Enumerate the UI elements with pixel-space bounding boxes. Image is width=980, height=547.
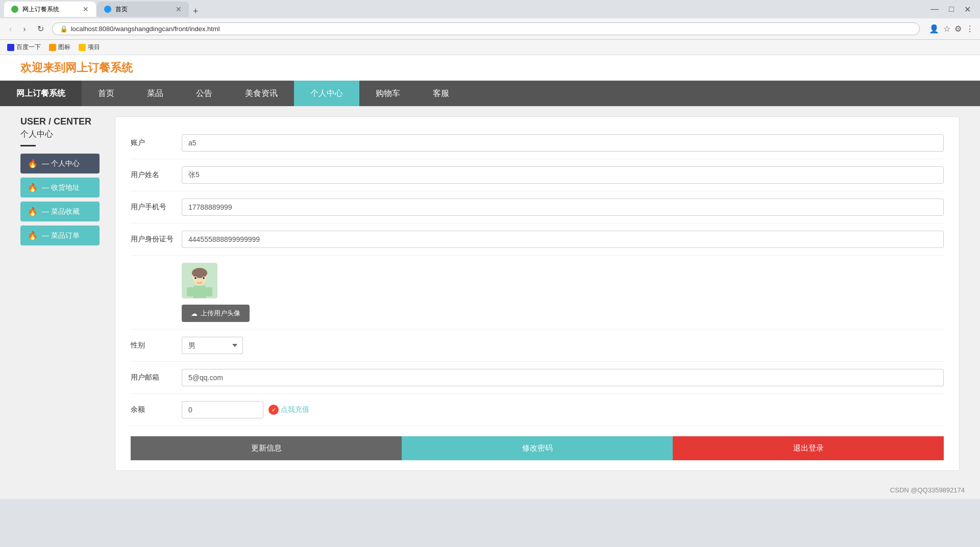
address-bar[interactable]: 🔒 localhost:8080/wangshangdingcan/front/… (52, 22, 920, 35)
profile-icon[interactable]: 👤 (929, 24, 939, 34)
bookmark-baidu-label: 百度一下 (16, 43, 41, 52)
form-row-username: 用户姓名 (131, 159, 944, 191)
forward-button[interactable]: › (20, 23, 29, 35)
sidebar-title-cn: 个人中心 (20, 129, 100, 140)
bookmark-project[interactable]: 项目 (79, 43, 100, 52)
flame-icon-personal: 🔥 (28, 159, 38, 168)
nav-item-food-news[interactable]: 美食资讯 (229, 81, 294, 106)
upload-btn-label: 上传用户头像 (201, 309, 240, 318)
avatar-section: ☁ 上传用户头像 (131, 256, 944, 330)
bookmark-proj-label: 项目 (88, 43, 100, 52)
bookmarks-bar: 百度一下 图标 项目 (0, 40, 980, 55)
form-row-account: 账户 (131, 127, 944, 159)
back-button[interactable]: ‹ (6, 23, 15, 35)
flame-icon-favorites: 🔥 (28, 207, 38, 216)
email-input[interactable] (182, 369, 944, 386)
sidebar-menu: 🔥 — 个人中心 🔥 — 收货地址 🔥 — 菜品收藏 🔥 — 菜品订单 (20, 154, 100, 245)
change-password-button[interactable]: 修改密码 (402, 436, 673, 460)
form-row-idcard: 用户身份证号 (131, 223, 944, 256)
tab-favicon-1 (11, 6, 18, 13)
account-label: 账户 (131, 138, 182, 147)
site-logo: 欢迎来到网上订餐系统 (20, 61, 133, 74)
svg-rect-8 (187, 287, 193, 296)
idcard-label: 用户身份证号 (131, 235, 182, 244)
baidu-favicon (7, 44, 14, 51)
browser-tab-inactive[interactable]: 首页 ✕ (97, 2, 189, 17)
upload-avatar-button[interactable]: ☁ 上传用户头像 (182, 305, 250, 322)
star-icon[interactable]: ☆ (943, 24, 950, 34)
gender-label: 性别 (131, 341, 182, 350)
watermark-text: CSDN @QQ3359892174 (890, 486, 965, 494)
maximize-button[interactable]: □ (946, 4, 957, 15)
avatar-image (182, 263, 217, 299)
nav-item-service[interactable]: 客服 (416, 81, 465, 106)
recharge-text: 点我充值 (281, 405, 309, 414)
svg-rect-9 (206, 287, 212, 296)
nav-item-personal[interactable]: 个人中心 (294, 81, 359, 106)
browser-tabs-row: 网上订餐系统 ✕ 首页 ✕ + (4, 2, 927, 17)
phone-label: 用户手机号 (131, 203, 182, 212)
bookmark-icon[interactable]: 图标 (49, 43, 70, 52)
toolbar-icons: 👤 ☆ ⚙ ⋮ (929, 24, 974, 34)
username-label: 用户姓名 (131, 170, 182, 180)
sidebar-item-address[interactable]: 🔥 — 收货地址 (20, 178, 100, 197)
flame-icon-address: 🔥 (28, 183, 38, 192)
balance-label: 余额 (131, 405, 182, 414)
recharge-link[interactable]: ✓ 点我充值 (268, 405, 309, 415)
main-layout: USER / CENTER 个人中心 🔥 — 个人中心 🔥 — 收货地址 🔥 —… (0, 106, 980, 481)
sidebar-item-favorites[interactable]: 🔥 — 菜品收藏 (20, 202, 100, 221)
idcard-input[interactable] (182, 231, 944, 248)
phone-input[interactable] (182, 198, 944, 216)
account-input[interactable] (182, 134, 944, 152)
nav-item-notice[interactable]: 公告 (180, 81, 229, 106)
nav-brand-label: 网上订餐系统 (16, 88, 65, 99)
refresh-button[interactable]: ↻ (34, 23, 47, 35)
nav-item-cart[interactable]: 购物车 (359, 81, 416, 106)
sidebar-divider (20, 145, 36, 146)
form-row-balance: 余额 ✓ 点我充值 (131, 394, 944, 426)
sidebar-title-en: USER / CENTER (20, 116, 100, 127)
close-button[interactable]: ✕ (961, 4, 974, 15)
tab-close-1[interactable]: ✕ (83, 5, 89, 13)
gender-select[interactable]: 男 女 (182, 337, 243, 354)
action-buttons: 更新信息 修改密码 退出登录 (131, 436, 944, 460)
new-tab-button[interactable]: + (190, 6, 202, 17)
sidebar: USER / CENTER 个人中心 🔥 — 个人中心 🔥 — 收货地址 🔥 —… (20, 116, 100, 471)
tab-label-1: 网上订餐系统 (22, 5, 59, 14)
sidebar-item-orders-label: — 菜品订单 (42, 231, 80, 240)
watermark: CSDN @QQ3359892174 (0, 481, 980, 499)
minimize-button[interactable]: — (927, 4, 942, 15)
browser-toolbar: ‹ › ↻ 🔒 localhost:8080/wangshangdingcan/… (0, 18, 980, 40)
tab-label-2: 首页 (115, 5, 128, 14)
sidebar-item-orders[interactable]: 🔥 — 菜品订单 (20, 226, 100, 245)
update-info-button[interactable]: 更新信息 (131, 436, 402, 460)
bookmark-baidu[interactable]: 百度一下 (7, 43, 41, 52)
form-row-email: 用户邮箱 (131, 362, 944, 394)
sidebar-item-personal-label: — 个人中心 (42, 159, 80, 168)
site-header: 欢迎来到网上订餐系统 (0, 55, 980, 81)
nav-item-home[interactable]: 首页 (82, 81, 131, 106)
svg-point-2 (192, 268, 207, 278)
tab-favicon-2 (104, 6, 111, 13)
nav-item-dishes[interactable]: 菜品 (131, 81, 180, 106)
form-row-phone: 用户手机号 (131, 191, 944, 223)
username-input[interactable] (182, 166, 944, 184)
form-row-gender: 性别 男 女 (131, 330, 944, 362)
logout-button[interactable]: 退出登录 (673, 436, 944, 460)
browser-tab-active[interactable]: 网上订餐系统 ✕ (4, 2, 96, 17)
tab-close-2[interactable]: ✕ (176, 5, 182, 13)
svg-point-5 (194, 277, 197, 279)
balance-input[interactable] (182, 401, 263, 418)
nav-brand[interactable]: 网上订餐系统 (0, 81, 82, 106)
extension-icon[interactable]: ⚙ (954, 24, 962, 34)
sidebar-item-personal[interactable]: 🔥 — 个人中心 (20, 154, 100, 173)
avatar-img-placeholder (182, 263, 217, 299)
upload-cloud-icon: ☁ (191, 310, 198, 317)
browser-window: 网上订餐系统 ✕ 首页 ✕ + — □ ✕ ‹ › ↻ 🔒 localhost:… (0, 0, 980, 547)
svg-rect-7 (193, 286, 206, 299)
flame-icon-orders: 🔥 (28, 231, 38, 240)
icon-favicon (49, 44, 56, 51)
sidebar-item-address-label: — 收货地址 (42, 183, 80, 192)
bookmark-icon-label: 图标 (58, 43, 70, 52)
menu-icon[interactable]: ⋮ (966, 24, 974, 34)
